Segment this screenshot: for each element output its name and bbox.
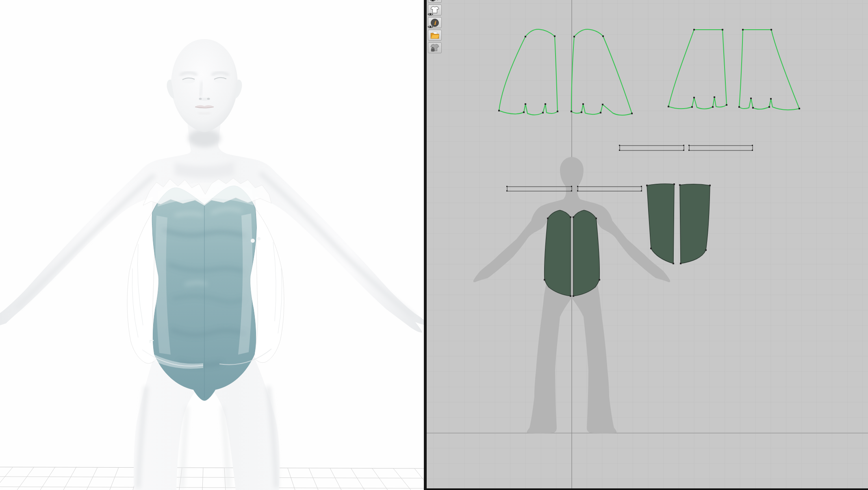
toolbar-button-clipped[interactable] — [428, 0, 442, 3]
floor-grid — [0, 467, 424, 490]
viewport-3d[interactable] — [0, 0, 424, 490]
viewport-3d-canvas[interactable] — [0, 0, 424, 490]
pattern-2d-view[interactable]: i — [427, 0, 868, 490]
tshirt-lock-icon — [430, 44, 439, 52]
eye-icon — [427, 25, 433, 29]
app-window: i — [0, 0, 868, 490]
eye-icon — [427, 12, 433, 16]
sheer-right-panel[interactable] — [254, 209, 284, 363]
eye-icon — [430, 0, 440, 2]
front-bodice-right[interactable] — [573, 210, 599, 296]
front-bodice-left[interactable] — [545, 210, 571, 296]
pattern-grid — [427, 0, 868, 490]
pin-dot-2[interactable] — [257, 237, 260, 240]
pattern-2d-toolbar: i — [428, 0, 444, 55]
panel-divider[interactable] — [424, 0, 427, 490]
avatar-head[interactable] — [167, 39, 242, 132]
toolbar-button-pattern-information[interactable]: i — [428, 17, 442, 28]
toolbar-button-show-2d-pattern[interactable] — [428, 4, 442, 15]
toolbar-button-folder[interactable] — [428, 30, 442, 41]
toolbar-button-locked-garment[interactable] — [428, 42, 442, 53]
pattern-2d-bottom-border — [427, 488, 868, 490]
folder-icon — [430, 31, 439, 39]
pattern-2d-canvas[interactable] — [427, 0, 868, 490]
